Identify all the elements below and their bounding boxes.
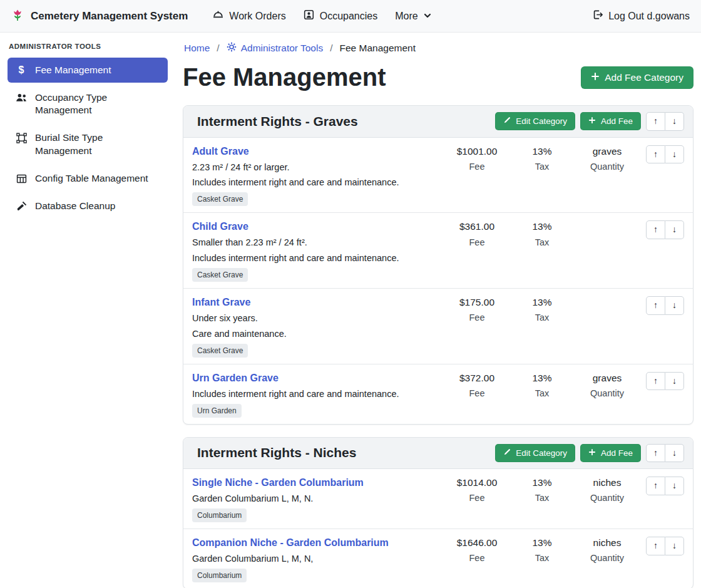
dollar-icon: $ (15, 65, 28, 75)
plus-icon (588, 448, 596, 458)
nav-more[interactable]: More (386, 6, 439, 27)
category-reorder-controls: ↑ ↓ (646, 112, 684, 131)
plus-icon (588, 116, 596, 126)
logout-icon (592, 9, 603, 23)
fee-type-badge: Casket Grave (192, 344, 248, 358)
fee-name-link[interactable]: Adult Grave (192, 145, 249, 158)
move-fee-up-button[interactable]: ↑ (646, 296, 665, 315)
breadcrumb-separator: / (330, 43, 332, 54)
fee-description: Garden Columbarium L, M, N. (192, 493, 441, 505)
fee-row-single-niche: Single Niche - Garden Columbarium Garden… (183, 469, 693, 529)
quantity-col (575, 296, 640, 301)
sidebar-item-occupancy-type-management[interactable]: Occupancy Type Management (8, 85, 168, 123)
fee-name-link[interactable]: Urn Garden Grave (192, 372, 279, 384)
move-fee-up-button[interactable]: ↑ (646, 537, 665, 555)
fee-reorder-controls: ↑ ↓ (646, 537, 684, 555)
move-fee-down-button[interactable]: ↓ (665, 372, 684, 391)
edit-category-button[interactable]: Edit Category (495, 444, 575, 462)
tax-col: 13% Tax (509, 477, 575, 503)
fee-reorder-controls: ↑ ↓ (646, 477, 684, 495)
fee-description: Garden Columbarium L, M, N, (192, 553, 441, 565)
fee-description: 2.23 m² / 24 ft² or larger. (192, 162, 441, 173)
add-fee-button[interactable]: Add Fee (580, 112, 641, 130)
breadcrumb: Home / Administrator Tools / Fee Managem… (183, 33, 693, 56)
move-fee-down-button[interactable]: ↓ (665, 477, 684, 495)
gear-icon (227, 42, 237, 54)
logout-link[interactable]: Log Out d.gowans (591, 4, 691, 28)
fee-name-link[interactable]: Child Grave (192, 220, 248, 233)
fee-row-child-grave: Child Grave Smaller than 2.23 m² / 24 ft… (183, 213, 693, 289)
quantity-col (575, 220, 640, 225)
pencil-icon (503, 448, 511, 458)
breadcrumb-home-link[interactable]: Home (184, 43, 210, 54)
move-category-down-button[interactable]: ↓ (665, 444, 684, 463)
fee-amount-col: $361.00 Fee (444, 220, 509, 247)
fee-amount-col: $1646.00 Fee (444, 537, 509, 563)
fee-name-link[interactable]: Companion Niche - Garden Columbarium (192, 537, 389, 549)
sidebar-heading: ADMINISTRATOR TOOLS (8, 41, 168, 58)
tax-col: 13% Tax (509, 537, 575, 563)
fee-type-badge: Casket Grave (192, 268, 248, 282)
fee-amount-col: $175.00 Fee (444, 296, 509, 322)
fee-description: Smaller than 2.23 m² / 24 ft². (192, 237, 441, 249)
table-icon (15, 173, 28, 184)
tax-col: 13% Tax (509, 296, 575, 322)
move-fee-up-button[interactable]: ↑ (646, 145, 665, 164)
fee-description: Includes interment right and care and ma… (192, 388, 441, 400)
move-category-down-button[interactable]: ↓ (665, 112, 684, 131)
sidebar-item-database-cleanup[interactable]: Database Cleanup (8, 193, 168, 219)
fee-amount-col: $1014.00 Fee (444, 477, 509, 503)
tax-col: 13% Tax (509, 145, 575, 172)
fee-row-adult-grave: Adult Grave 2.23 m² / 24 ft² or larger. … (183, 138, 693, 214)
breadcrumb-admin-tools-link[interactable]: Administrator Tools (227, 42, 324, 54)
fee-description: Under six years. (192, 312, 441, 324)
fee-name-link[interactable]: Single Niche - Garden Columbarium (192, 477, 364, 489)
fee-reorder-controls: ↑ ↓ (646, 296, 684, 315)
move-category-up-button[interactable]: ↑ (646, 112, 665, 131)
add-fee-category-button[interactable]: Add Fee Category (581, 66, 693, 89)
fee-row-companion-niche: Companion Niche - Garden Columbarium Gar… (183, 529, 693, 588)
move-fee-up-button[interactable]: ↑ (646, 477, 665, 495)
quantity-col: niches Quantity (575, 537, 640, 563)
vector-square-icon (15, 133, 28, 143)
occupancy-icon (304, 9, 314, 23)
sidebar-item-fee-management[interactable]: $ Fee Management (8, 58, 168, 83)
app-brand[interactable]: Cemetery Management System (10, 7, 188, 25)
tulip-logo-icon (10, 7, 25, 25)
move-fee-down-button[interactable]: ↓ (665, 537, 684, 555)
fee-type-badge: Columbarium (192, 569, 247, 582)
nav-work-orders[interactable]: Work Orders (204, 4, 294, 28)
fee-name-link[interactable]: Infant Grave (192, 296, 250, 309)
add-fee-button[interactable]: Add Fee (580, 444, 641, 462)
admin-tools-sidebar: ADMINISTRATOR TOOLS $ Fee Management Occ… (0, 33, 175, 588)
quantity-col: graves Quantity (575, 145, 640, 172)
move-fee-up-button[interactable]: ↑ (646, 372, 665, 391)
sidebar-item-burial-site-type-management[interactable]: Burial Site Type Management (8, 125, 168, 163)
move-fee-down-button[interactable]: ↓ (665, 145, 684, 164)
main-nav: Work Orders Occupancies More (204, 4, 439, 28)
sidebar-item-config-table-management[interactable]: Config Table Management (8, 166, 168, 191)
tax-col: 13% Tax (509, 220, 575, 247)
fee-description: Includes interment right and care and ma… (192, 252, 441, 264)
move-fee-down-button[interactable]: ↓ (665, 220, 684, 239)
fee-row-infant-grave: Infant Grave Under six years. Care and m… (183, 289, 693, 364)
quantity-col: niches Quantity (575, 477, 640, 503)
chevron-down-icon (424, 11, 431, 22)
edit-category-button[interactable]: Edit Category (495, 112, 575, 130)
fee-type-badge: Casket Grave (192, 192, 248, 206)
category-card-graves: Interment Rights - Graves Edit Category … (183, 105, 693, 425)
users-icon (15, 93, 28, 102)
fee-reorder-controls: ↑ ↓ (646, 220, 684, 239)
move-fee-down-button[interactable]: ↓ (665, 296, 684, 315)
broom-icon (15, 201, 28, 212)
move-fee-up-button[interactable]: ↑ (646, 220, 665, 239)
nav-occupancies[interactable]: Occupancies (295, 4, 387, 28)
move-category-up-button[interactable]: ↑ (646, 444, 665, 463)
main-content: Home / Administrator Tools / Fee Managem… (175, 33, 701, 588)
top-navbar: Cemetery Management System Work Orders O… (0, 0, 701, 33)
fee-type-badge: Columbarium (192, 508, 247, 522)
fee-type-badge: Urn Garden (192, 404, 242, 418)
plus-icon (591, 72, 600, 83)
fee-description: Includes interment right and care and ma… (192, 177, 441, 188)
fee-description: Care and maintenance. (192, 328, 441, 340)
